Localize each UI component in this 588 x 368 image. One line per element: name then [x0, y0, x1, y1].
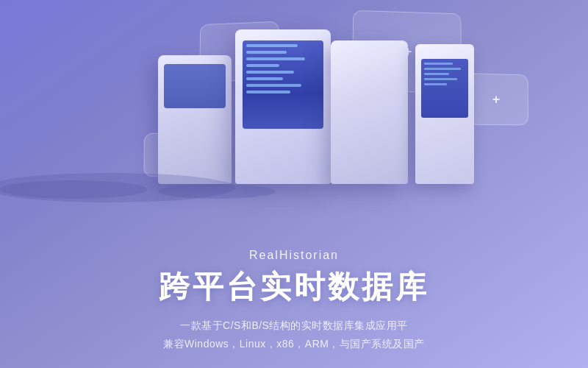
kiosk-line-3 [424, 73, 449, 75]
kiosk-line-2 [424, 68, 461, 70]
kiosk-screen-lines [424, 63, 465, 88]
subtitle-english: RealHistorian [0, 249, 588, 262]
server-platform-shadow [0, 180, 294, 202]
server-line-8 [246, 91, 290, 93]
kiosk-screen [421, 59, 468, 118]
server-left [158, 55, 232, 184]
server-line-4 [246, 64, 279, 67]
server-line-1 [246, 44, 298, 47]
shadow-left [0, 180, 147, 199]
kiosk-line-4 [424, 78, 457, 80]
server-line-3 [246, 57, 305, 60]
server-second [331, 40, 408, 184]
server-illustration [110, 0, 478, 206]
server-line-2 [246, 51, 287, 54]
kiosk-line-5 [424, 83, 447, 85]
shadow-right [158, 184, 276, 199]
server-line-7 [246, 84, 301, 87]
desc-line-2: 兼容Windows，Linux，x86，ARM，与国产系统及国产 [0, 335, 588, 353]
server-line-6 [246, 77, 283, 80]
server-line-5 [246, 71, 294, 74]
plus-icon-4: + [492, 91, 500, 107]
desc-line-1: 一款基于C/S和B/S结构的实时数据库集成应用平 [0, 316, 588, 335]
server-center [235, 29, 331, 184]
server-kiosk [415, 44, 474, 184]
main-title: 跨平台实时数据库 [0, 266, 588, 308]
kiosk-line-1 [424, 63, 453, 65]
server-display-lines [246, 44, 320, 97]
text-content: RealHistorian 跨平台实时数据库 一款基于C/S和B/S结构的实时数… [0, 249, 588, 368]
